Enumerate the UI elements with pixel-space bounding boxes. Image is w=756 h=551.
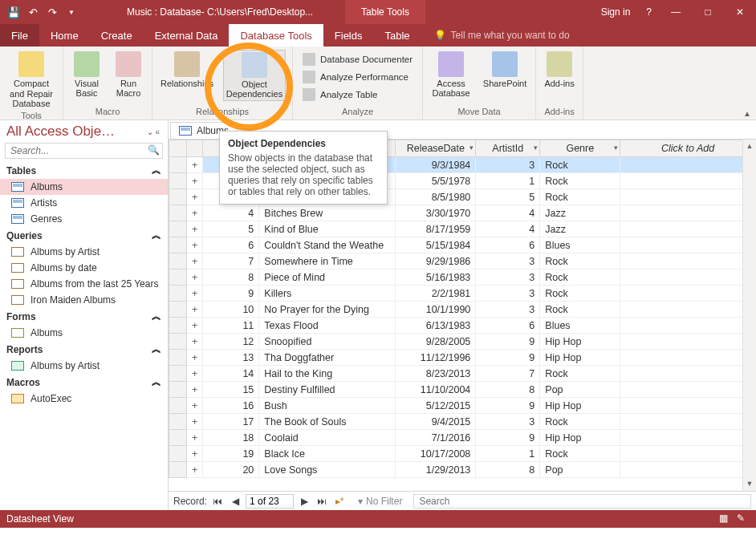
row-selector[interactable] <box>169 269 187 286</box>
table-row[interactable]: +16Bush5/12/20159Hip Hop <box>169 398 756 414</box>
cell-genre[interactable]: Rock <box>540 414 620 430</box>
row-selector[interactable] <box>169 366 187 382</box>
nav-item[interactable]: AutoExec <box>0 391 168 407</box>
addins-button[interactable]: Add-ins <box>543 50 576 90</box>
table-row[interactable]: +6Couldn't Stand the Weathe5/15/19846Blu… <box>169 237 756 253</box>
cell-name[interactable]: Kind of Blue <box>259 221 396 237</box>
col-artistid[interactable]: ArtistId▾ <box>476 140 540 157</box>
expand-row-button[interactable]: + <box>187 446 203 462</box>
cell-releasedate[interactable]: 2/2/1981 <box>396 286 476 302</box>
cell-name[interactable]: Love Songs <box>259 462 396 478</box>
next-record-button[interactable]: ▶ <box>297 496 311 507</box>
row-selector[interactable] <box>169 189 187 205</box>
last-record-button[interactable]: ⏭ <box>315 496 329 507</box>
nav-item[interactable]: Albums by Artist <box>0 244 168 260</box>
expand-row-button[interactable]: + <box>187 269 203 286</box>
cell-releasedate[interactable]: 11/10/2004 <box>396 382 476 398</box>
cell-genre[interactable]: Rock <box>540 269 620 286</box>
cell-id[interactable]: 12 <box>203 334 259 350</box>
nav-item[interactable]: Albums by date <box>0 260 168 276</box>
tab-table[interactable]: Table <box>374 24 421 47</box>
chevron-down-icon[interactable]: ▾ <box>469 144 474 152</box>
cell-empty[interactable] <box>620 269 756 286</box>
analyze-table-button[interactable]: Analyze Table <box>299 87 416 103</box>
cell-empty[interactable] <box>620 382 756 398</box>
design-view-button[interactable]: ✎ <box>737 513 750 525</box>
table-row[interactable]: +20Love Songs1/29/20138Pop <box>169 462 756 478</box>
cell-genre[interactable]: Rock <box>540 189 620 205</box>
row-selector[interactable] <box>169 253 187 269</box>
cell-empty[interactable] <box>620 318 756 334</box>
cell-name[interactable]: Texas Flood <box>259 318 396 334</box>
cell-empty[interactable] <box>620 446 756 462</box>
cell-genre[interactable]: Rock <box>540 173 620 189</box>
redo-icon[interactable]: ↷ <box>45 5 59 19</box>
cell-artistid[interactable]: 7 <box>476 366 540 382</box>
cell-releasedate[interactable]: 5/15/1984 <box>396 237 476 253</box>
cell-releasedate[interactable]: 6/13/1983 <box>396 318 476 334</box>
cell-id[interactable]: 9 <box>203 286 259 302</box>
expand-row-button[interactable]: + <box>187 462 203 478</box>
cell-releasedate[interactable]: 9/4/2015 <box>396 414 476 430</box>
cell-genre[interactable]: Rock <box>540 286 620 302</box>
expand-row-button[interactable]: + <box>187 173 203 189</box>
expand-row-button[interactable]: + <box>187 366 203 382</box>
expand-row-button[interactable]: + <box>187 414 203 430</box>
tab-external-data[interactable]: External Data <box>144 24 230 47</box>
expand-row-button[interactable]: + <box>187 237 203 253</box>
cell-releasedate[interactable]: 8/5/1980 <box>396 189 476 205</box>
row-selector[interactable] <box>169 286 187 302</box>
cell-empty[interactable] <box>620 157 756 173</box>
cell-name[interactable]: Black Ice <box>259 446 396 462</box>
prev-record-button[interactable]: ◀ <box>228 496 242 507</box>
filter-indicator[interactable]: ▾No Filter <box>350 496 410 507</box>
expand-row-button[interactable]: + <box>187 430 203 446</box>
cell-name[interactable]: Coolaid <box>259 430 396 446</box>
cell-releasedate[interactable]: 8/17/1959 <box>396 221 476 237</box>
cell-empty[interactable] <box>620 414 756 430</box>
cell-artistid[interactable]: 5 <box>476 189 540 205</box>
expand-row-button[interactable]: + <box>187 350 203 366</box>
cell-id[interactable]: 14 <box>203 366 259 382</box>
cell-id[interactable]: 5 <box>203 221 259 237</box>
cell-empty[interactable] <box>620 237 756 253</box>
object-dependencies-button[interactable]: Object Dependencies <box>223 50 286 101</box>
cell-id[interactable]: 10 <box>203 302 259 318</box>
vertical-scrollbar[interactable]: ▲ ▼ <box>742 140 756 491</box>
database-documenter-button[interactable]: Database Documenter <box>299 51 416 67</box>
cell-genre[interactable]: Rock <box>540 253 620 269</box>
cell-name[interactable]: The Book of Souls <box>259 414 396 430</box>
table-row[interactable]: +8Piece of Mind5/16/19833Rock <box>169 269 756 286</box>
undo-icon[interactable]: ↶ <box>26 5 40 19</box>
cell-genre[interactable]: Rock <box>540 366 620 382</box>
expand-row-button[interactable]: + <box>187 382 203 398</box>
minimize-button[interactable]: — <box>660 0 692 24</box>
row-selector[interactable] <box>169 398 187 414</box>
sign-in-link[interactable]: Sign in <box>601 6 631 18</box>
row-selector[interactable] <box>169 173 187 189</box>
cell-genre[interactable]: Rock <box>540 446 620 462</box>
cell-artistid[interactable]: 3 <box>476 286 540 302</box>
nav-item[interactable]: Albums from the last 25 Years <box>0 276 168 292</box>
record-position-input[interactable] <box>246 494 294 508</box>
expand-row-button[interactable]: + <box>187 221 203 237</box>
cell-empty[interactable] <box>620 221 756 237</box>
expand-row-button[interactable]: + <box>187 318 203 334</box>
cell-genre[interactable]: Jazz <box>540 205 620 221</box>
table-row[interactable]: +19Black Ice10/17/20081Rock <box>169 446 756 462</box>
cell-genre[interactable]: Blues <box>540 237 620 253</box>
nav-item[interactable]: Albums by Artist <box>0 358 168 374</box>
expand-row-button[interactable]: + <box>187 334 203 350</box>
cell-artistid[interactable]: 4 <box>476 221 540 237</box>
nav-dropdown-icon[interactable]: ⌄ <box>147 128 153 136</box>
cell-empty[interactable] <box>620 462 756 478</box>
nav-group-queries[interactable]: Queries︽ <box>0 227 168 244</box>
cell-id[interactable]: 11 <box>203 318 259 334</box>
table-row[interactable]: +14Hail to the King8/23/20137Rock <box>169 366 756 382</box>
expand-row-button[interactable]: + <box>187 253 203 269</box>
cell-id[interactable]: 16 <box>203 398 259 414</box>
nav-group-forms[interactable]: Forms︽ <box>0 308 168 325</box>
cell-releasedate[interactable]: 3/30/1970 <box>396 205 476 221</box>
run-macro-button[interactable]: Run Macro <box>112 50 145 99</box>
table-row[interactable]: +15Destiny Fulfilled11/10/20048Pop <box>169 382 756 398</box>
